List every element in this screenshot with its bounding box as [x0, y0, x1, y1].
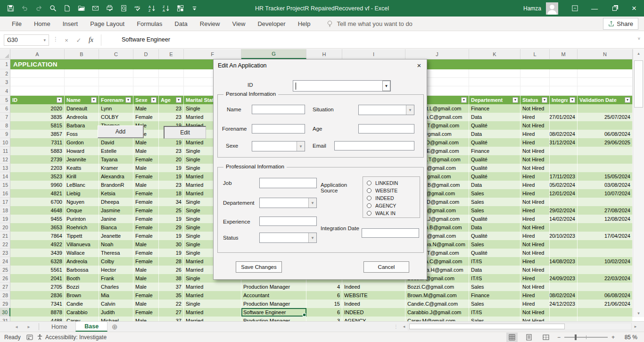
- row-header-22[interactable]: 22: [0, 240, 10, 249]
- cell-integ[interactable]: [550, 308, 578, 317]
- cell-age[interactable]: 19: [159, 138, 184, 147]
- empty-cell[interactable]: [10, 78, 65, 86]
- filter-button[interactable]: ▼: [512, 97, 518, 103]
- sexe-combobox[interactable]: ▼: [252, 141, 305, 151]
- cell-status[interactable]: Not Hired: [520, 155, 550, 164]
- cell-age[interactable]: 26: [159, 266, 184, 274]
- cell-age[interactable]: 25: [159, 206, 184, 215]
- cell-sexe[interactable]: Male: [133, 317, 159, 321]
- cell-forename[interactable]: Mia: [99, 291, 133, 300]
- cell-dept[interactable]: Sales: [469, 206, 520, 215]
- cell-name[interactable]: Wallace: [65, 249, 99, 257]
- cell-age[interactable]: 19: [159, 232, 184, 240]
- cell-valid[interactable]: [578, 317, 633, 321]
- cell-forename[interactable]: Janine: [99, 215, 133, 223]
- cell-exp[interactable]: 3: [306, 317, 342, 321]
- new-file-icon[interactable]: [63, 4, 71, 12]
- cell-name[interactable]: Foss: [65, 130, 99, 138]
- row-header-18[interactable]: 18: [0, 206, 10, 215]
- cell-status[interactable]: Not Hired: [520, 317, 550, 321]
- cell-dept[interactable]: Qualité: [469, 138, 520, 147]
- cell-dept[interactable]: Qualité: [469, 249, 520, 257]
- cell-status[interactable]: Hired: [520, 172, 550, 181]
- row-header-6[interactable]: 6: [0, 104, 10, 113]
- cell-dept[interactable]: Sales: [469, 189, 520, 198]
- filter-button[interactable]: ▼: [91, 97, 97, 103]
- cell-valid[interactable]: 21/06/2024: [578, 300, 633, 308]
- customize-qat-icon[interactable]: [190, 4, 198, 12]
- cell-name[interactable]: Keatts: [65, 164, 99, 172]
- row-header-25[interactable]: 25: [0, 266, 10, 274]
- cell-age[interactable]: 28: [159, 257, 184, 266]
- empty-cell[interactable]: [550, 69, 578, 78]
- departement-dropdown-icon[interactable]: ▼: [308, 198, 316, 208]
- cell-status[interactable]: Not Hired: [520, 308, 550, 317]
- cell-forename[interactable]: COLBY: [99, 113, 133, 121]
- share-button[interactable]: Share: [603, 18, 638, 30]
- filter-button[interactable]: ▼: [125, 97, 131, 103]
- cell-integ[interactable]: [550, 240, 578, 249]
- filter-button[interactable]: ▼: [570, 97, 575, 103]
- horizontal-scrollbar[interactable]: ⋮ ◂ ▸: [394, 322, 639, 331]
- empty-cell[interactable]: [520, 78, 550, 86]
- cancel-icon[interactable]: ×: [60, 37, 73, 44]
- cell-dept[interactable]: Finance: [469, 104, 520, 113]
- cell-id[interactable]: 4488: [10, 317, 65, 321]
- cell-forename[interactable]: Lynn: [99, 104, 133, 113]
- empty-cell[interactable]: [65, 69, 99, 78]
- cell-sexe[interactable]: Female: [133, 232, 159, 240]
- cell-id[interactable]: 8878: [10, 308, 65, 317]
- tell-me-box[interactable]: Tell me what you want to do: [327, 20, 412, 27]
- switch-windows-icon[interactable]: [176, 4, 184, 12]
- cell-forename[interactable]: Hector: [99, 266, 133, 274]
- cell-dept[interactable]: Qualité: [469, 215, 520, 223]
- empty-cell[interactable]: [133, 69, 159, 78]
- cell-integ[interactable]: [550, 147, 578, 155]
- cell-exp[interactable]: 6: [306, 291, 342, 300]
- cell-integ[interactable]: [550, 249, 578, 257]
- empty-cell[interactable]: [133, 78, 159, 86]
- empty-cell[interactable]: [520, 86, 550, 96]
- cell-sexe[interactable]: Female: [133, 155, 159, 164]
- cell-dept[interactable]: Sales: [469, 317, 520, 321]
- cell-forename[interactable]: Bianca: [99, 223, 133, 232]
- cell-valid[interactable]: [578, 308, 633, 317]
- cell-dept[interactable]: Data: [469, 223, 520, 232]
- row-header-31[interactable]: 31: [0, 317, 10, 321]
- cell-integ[interactable]: [550, 223, 578, 232]
- cell-id[interactable]: 6328: [10, 257, 65, 266]
- cell-name[interactable]: Jeannite: [65, 155, 99, 164]
- cell-dept[interactable]: Qualité: [469, 121, 520, 130]
- column-header-a[interactable]: A: [10, 49, 65, 59]
- cell-name[interactable]: Purinton: [65, 215, 99, 223]
- empty-cell[interactable]: [65, 86, 99, 96]
- cell-job[interactable]: Production Manager: [241, 283, 306, 291]
- cell-sexe[interactable]: Female: [133, 172, 159, 181]
- zoom-slider[interactable]: [564, 337, 608, 338]
- cell-forename[interactable]: Alexandra: [99, 172, 133, 181]
- filter-button[interactable]: ▼: [461, 97, 467, 103]
- cell-name[interactable]: Candie: [65, 300, 99, 308]
- cell-name[interactable]: Gordon: [65, 138, 99, 147]
- row-header-8[interactable]: 8: [0, 121, 10, 130]
- column-header-d[interactable]: D: [133, 49, 159, 59]
- cell-exp[interactable]: 4: [306, 283, 342, 291]
- cell-source[interactable]: Indeed: [342, 300, 405, 308]
- cell-id[interactable]: 9960: [10, 181, 65, 189]
- row-header-30[interactable]: 30: [0, 308, 10, 317]
- cell-email[interactable]: Brown.M@gmail.com: [405, 291, 469, 300]
- row-header-24[interactable]: 24: [0, 257, 10, 266]
- cell-name[interactable]: Barbara: [65, 121, 99, 130]
- minimize-button[interactable]: —: [585, 0, 604, 17]
- cell-name[interactable]: Andreola: [65, 257, 99, 266]
- cell-age[interactable]: 35: [159, 291, 184, 300]
- cell-forename[interactable]: Jeanette: [99, 232, 133, 240]
- cell-integ[interactable]: 24/09/2023: [550, 274, 578, 283]
- cell-status[interactable]: Hired: [520, 130, 550, 138]
- cell-forename[interactable]: Noah: [99, 240, 133, 249]
- cell-age[interactable]: 38: [159, 274, 184, 283]
- email-field[interactable]: [334, 141, 414, 150]
- column-header-k[interactable]: K: [469, 49, 520, 59]
- ribbon-tab-view[interactable]: View: [226, 17, 251, 31]
- cell-sexe[interactable]: Female: [133, 113, 159, 121]
